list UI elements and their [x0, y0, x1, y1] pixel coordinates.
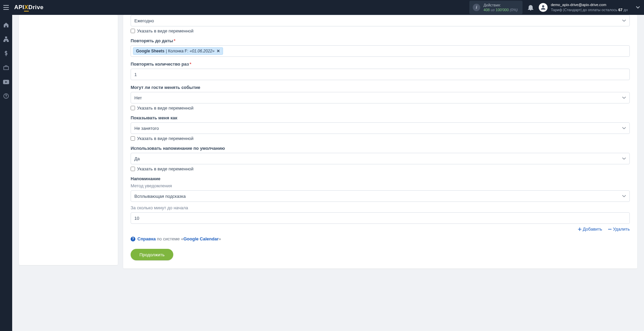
chevron-down-icon: [622, 127, 626, 129]
reminder-minutes-label: За сколько минут до начала: [131, 205, 630, 210]
logo-text-x: X: [24, 4, 28, 11]
remove-reminder-text: Удалить: [613, 227, 630, 232]
repeat-until-label: Повторять до даты*: [131, 38, 630, 43]
minus-icon: [608, 228, 612, 231]
guests-modify-value: Нет: [134, 95, 622, 100]
repeat-count-label: Повторять количество раз*: [131, 62, 630, 67]
repeat-count-input[interactable]: [134, 72, 626, 77]
reminder-actions: Добавить Удалить: [131, 227, 630, 232]
actions-sep: из: [491, 8, 494, 12]
actions-quota-text: Действия: 408 из 100'000 (0%): [484, 3, 518, 13]
avatar: [539, 3, 548, 12]
pill-source: Google Sheets: [136, 49, 164, 53]
chevron-down-icon: [622, 157, 626, 160]
frequency-variable-checkbox[interactable]: [131, 29, 135, 33]
sidebar-home[interactable]: [0, 21, 12, 29]
logo-text-pre: API: [14, 4, 24, 11]
default-reminder-variable-label: Указать в виде переменной: [137, 166, 194, 171]
help-middle: по системе «: [156, 236, 183, 241]
show-me-as-group: Показывать меня как Не занятого Указать …: [131, 115, 630, 141]
default-reminder-label: Использовать напоминание по умолчанию: [131, 146, 630, 151]
show-me-as-label: Показывать меня как: [131, 115, 630, 120]
actions-quota-box[interactable]: i Действия: 408 из 100'000 (0%): [469, 1, 523, 15]
user-email: demo_apix-drive@apix-drive.com: [551, 2, 628, 7]
youtube-icon: [3, 80, 9, 84]
repeat-count-input-wrap[interactable]: [131, 69, 630, 80]
chevron-down-icon: [622, 19, 626, 22]
sidebar-billing[interactable]: [0, 49, 12, 57]
logo-text-post: Drive: [28, 4, 44, 11]
plan-suffix: дн: [622, 8, 628, 12]
notifications-button[interactable]: [528, 4, 533, 10]
remove-reminder-link[interactable]: Удалить: [608, 227, 630, 232]
pill-column: | Колонка F:: [166, 49, 188, 53]
add-reminder-link[interactable]: Добавить: [578, 227, 602, 232]
repeat-until-label-text: Повторять до даты: [131, 38, 173, 43]
frequency-select[interactable]: Ежегодно: [131, 15, 630, 26]
variable-pill: Google Sheets | Колонка F: «01.06.2022» …: [133, 47, 223, 55]
guests-modify-variable-row[interactable]: Указать в виде переменной: [131, 105, 630, 111]
pill-remove-button[interactable]: ✕: [217, 49, 220, 53]
frequency-variable-row[interactable]: Указать в виде переменной: [131, 28, 630, 33]
main-content: Ежегодно Указать в виде переменной Повто…: [12, 15, 644, 275]
briefcase-icon: [3, 65, 9, 70]
repeat-until-group: Повторять до даты* Google Sheets | Колон…: [131, 38, 630, 57]
guests-modify-variable-label: Указать в виде переменной: [137, 105, 194, 111]
default-reminder-select[interactable]: Да: [131, 153, 630, 164]
default-reminder-variable-row[interactable]: Указать в виде переменной: [131, 166, 630, 171]
sidebar-briefcase[interactable]: [0, 64, 12, 72]
help-link[interactable]: ? Справка по системе «Google Calendar»: [131, 236, 630, 241]
sidebar-connections[interactable]: [0, 35, 12, 43]
hamburger-icon: [3, 5, 9, 10]
help-suffix: »: [219, 236, 221, 241]
guests-modify-variable-checkbox[interactable]: [131, 106, 135, 110]
sidebar-help[interactable]: [0, 92, 12, 100]
show-me-as-variable-row[interactable]: Указать в виде переменной: [131, 136, 630, 141]
default-reminder-value: Да: [134, 156, 622, 161]
left-sidebar: [0, 15, 12, 275]
sidebar-video[interactable]: [0, 78, 12, 86]
chevron-down-icon: [622, 96, 626, 99]
repeat-count-label-text: Повторять количество раз: [131, 62, 189, 67]
menu-toggle-button[interactable]: [0, 0, 12, 15]
chevron-down-icon: [636, 6, 640, 9]
plan-days: 67: [618, 8, 622, 12]
pill-value: «01.06.2022»: [190, 49, 215, 53]
show-me-as-select[interactable]: Не занятого: [131, 122, 630, 134]
left-panel: [19, 15, 118, 265]
actions-used: 408: [484, 8, 490, 12]
required-mark: *: [174, 38, 175, 43]
guests-modify-group: Могут ли гости менять событие Нет Указат…: [131, 85, 630, 111]
repeat-count-group: Повторять количество раз*: [131, 62, 630, 80]
logo[interactable]: APIXDrive: [14, 4, 44, 11]
plus-icon: [578, 228, 581, 231]
chevron-down-icon: [622, 195, 626, 197]
user-menu-caret: [636, 6, 640, 9]
user-text: demo_apix-drive@apix-drive.com Тариф |Ст…: [551, 2, 628, 13]
bell-icon: [528, 4, 533, 10]
default-reminder-variable-checkbox[interactable]: [131, 167, 135, 171]
home-icon: [3, 22, 9, 28]
help-circle-icon: [3, 93, 9, 99]
guests-modify-label: Могут ли гости менять событие: [131, 85, 630, 90]
show-me-as-variable-checkbox[interactable]: [131, 136, 135, 141]
default-reminder-group: Использовать напоминание по умолчанию Да…: [131, 146, 630, 171]
actions-total: 100'000: [496, 8, 509, 12]
reminder-method-select[interactable]: Всплывающая подсказка: [131, 190, 630, 202]
question-circle-icon: ?: [131, 237, 135, 241]
actions-pct: (0%): [510, 8, 517, 12]
reminder-minutes-input-wrap[interactable]: [131, 212, 630, 224]
form-panel: Ежегодно Указать в виде переменной Повто…: [123, 15, 637, 268]
user-menu[interactable]: demo_apix-drive@apix-drive.com Тариф |Ст…: [539, 2, 640, 13]
repeat-until-input[interactable]: Google Sheets | Колонка F: «01.06.2022» …: [131, 45, 630, 57]
user-icon: [540, 5, 546, 10]
help-system: Google Calendar: [183, 236, 219, 241]
user-plan: Тариф |Стандарт| до оплаты осталось 67 д…: [551, 7, 628, 13]
reminder-minutes-input[interactable]: [134, 216, 626, 221]
dollar-icon: [4, 51, 8, 56]
continue-button[interactable]: Продолжить: [131, 249, 173, 260]
frequency-group: Ежегодно Указать в виде переменной: [131, 15, 630, 33]
guests-modify-select[interactable]: Нет: [131, 92, 630, 103]
required-mark: *: [190, 62, 191, 67]
help-word: Справка: [137, 236, 156, 241]
